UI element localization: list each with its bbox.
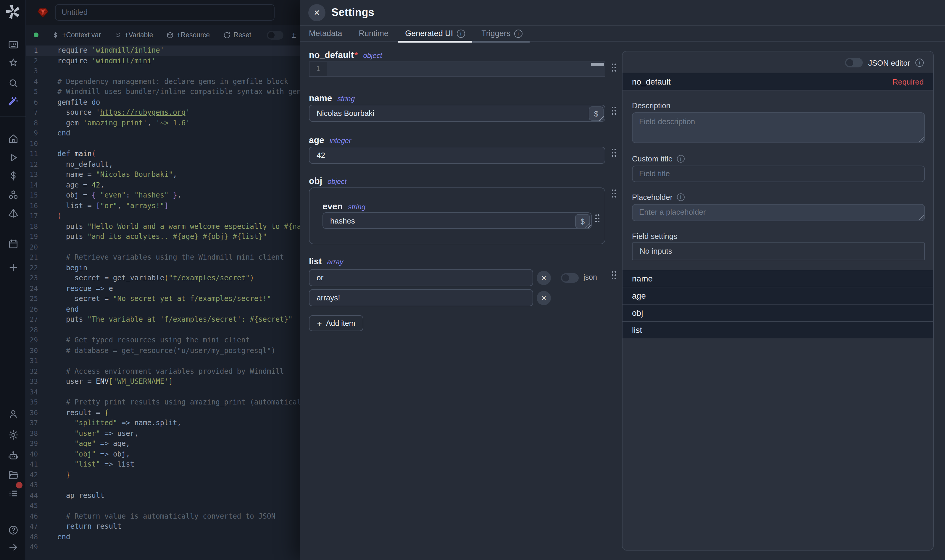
- sidebar-dollar-icon[interactable]: [7, 170, 19, 182]
- resize-handle-icon[interactable]: [918, 215, 924, 220]
- code-line[interactable]: 49: [26, 542, 300, 552]
- code-line[interactable]: 18 puts "Hello World and a warm welcome …: [26, 222, 300, 232]
- json-editor-toggle[interactable]: [845, 58, 863, 68]
- tab-runtime[interactable]: Runtime: [359, 29, 389, 38]
- code-line[interactable]: 21 # Retrieve variables using the Windmi…: [26, 252, 300, 263]
- code-line[interactable]: 37 "splitted" => name.split,: [26, 418, 300, 428]
- code-line[interactable]: 22 begin: [26, 263, 300, 273]
- list-item-input[interactable]: arrays!: [309, 289, 533, 306]
- drag-handle-icon[interactable]: [611, 148, 617, 157]
- code-line[interactable]: 15 obj = { "even": "hashes" },: [26, 191, 300, 201]
- mini-editor-scrollbar[interactable]: [591, 63, 604, 66]
- add-item-button[interactable]: + Add item: [309, 315, 363, 331]
- code-line[interactable]: 31: [26, 356, 300, 366]
- code-line[interactable]: 24 rescue => e: [26, 283, 300, 294]
- code-line[interactable]: 3: [26, 66, 300, 77]
- sidebar-home-icon[interactable]: [7, 132, 19, 144]
- code-line[interactable]: 13 name = "Nicolas Bourbaki",: [26, 170, 300, 180]
- code-line[interactable]: 33 user = ENV['WM_USERNAME']: [26, 377, 300, 387]
- sidebar-star-icon[interactable]: [7, 57, 19, 69]
- info-icon[interactable]: i: [677, 193, 684, 201]
- sidebar-plus-icon[interactable]: [7, 262, 19, 273]
- code-line[interactable]: 44 ap result: [26, 491, 300, 501]
- inspector-row-list[interactable]: list: [623, 321, 933, 338]
- code-line[interactable]: 9end: [26, 128, 300, 138]
- custom-title-input[interactable]: Field title: [632, 166, 925, 182]
- sidebar-cubes-icon[interactable]: [7, 189, 19, 200]
- sidebar-search-icon[interactable]: [7, 77, 19, 89]
- sidebar-calendar-icon[interactable]: [7, 238, 19, 249]
- code-line[interactable]: 48end: [26, 532, 300, 542]
- resize-handle-icon[interactable]: [918, 137, 924, 142]
- code-line[interactable]: 38 "user" => user,: [26, 428, 300, 439]
- code-line[interactable]: 29 # Get typed resources using the mini …: [26, 335, 300, 346]
- sidebar-magic-wand-icon[interactable]: [7, 95, 19, 107]
- code-line[interactable]: 12 no_default,: [26, 159, 300, 170]
- code-line[interactable]: 40 "obj" => obj,: [26, 449, 300, 460]
- placeholder-textarea[interactable]: Enter a placeholder: [632, 204, 925, 221]
- sidebar-robot-icon[interactable]: [7, 449, 19, 461]
- description-textarea[interactable]: Field description: [632, 112, 925, 143]
- selected-field-row[interactable]: no_default Required: [623, 73, 933, 91]
- editor-toggle[interactable]: [267, 31, 283, 39]
- code-line[interactable]: 34: [26, 387, 300, 397]
- code-line[interactable]: 25 secret = "No secret yet at f/examples…: [26, 294, 300, 304]
- code-line[interactable]: 42 }: [26, 470, 300, 480]
- code-line[interactable]: 4# Dependency management: declare gems i…: [26, 77, 300, 87]
- code-line[interactable]: 27 puts "The variable at 'f/examples/sec…: [26, 315, 300, 325]
- code-line[interactable]: 14 age = 42,: [26, 180, 300, 191]
- tab-generated-ui[interactable]: Generated UIi: [405, 29, 465, 38]
- code-line[interactable]: 35 # Pretty print results using amazing_…: [26, 397, 300, 408]
- script-title-input[interactable]: Untitled: [55, 4, 274, 21]
- remove-item-icon[interactable]: ✕: [537, 291, 551, 305]
- inspector-row-name[interactable]: name: [623, 270, 933, 287]
- code-line[interactable]: 5# Windmill uses bundler/inline compatib…: [26, 87, 300, 97]
- code-editor[interactable]: 1require 'windmill/inline'2require 'wind…: [26, 45, 300, 560]
- tab-metadata[interactable]: Metadata: [309, 29, 342, 38]
- code-line[interactable]: 8 gem 'amazing_print', '~> 1.6': [26, 118, 300, 128]
- code-line[interactable]: 17): [26, 211, 300, 222]
- info-icon[interactable]: i: [514, 29, 522, 38]
- code-line[interactable]: 16 list = ["or", "arrays!"]: [26, 201, 300, 211]
- code-line[interactable]: 47 return result: [26, 522, 300, 532]
- sidebar-user-icon[interactable]: [7, 408, 19, 420]
- age-input[interactable]: 42: [309, 147, 605, 164]
- code-line[interactable]: 2require 'windmill/mini': [26, 56, 300, 66]
- sidebar-help-icon[interactable]: [7, 524, 19, 536]
- code-line[interactable]: 20: [26, 242, 300, 252]
- code-line[interactable]: 32 # Access environment variables provid…: [26, 366, 300, 377]
- sidebar-arrow-right-icon[interactable]: [7, 541, 19, 553]
- close-icon[interactable]: ✕: [308, 4, 325, 21]
- code-line[interactable]: 28: [26, 325, 300, 335]
- sidebar-play-icon[interactable]: [7, 151, 19, 163]
- contextvar-button[interactable]: +Context var: [51, 31, 101, 39]
- code-line[interactable]: 45: [26, 501, 300, 511]
- drag-handle-icon[interactable]: [611, 270, 617, 279]
- drag-handle-icon[interactable]: [611, 106, 617, 115]
- code-line[interactable]: 7 source 'https://rubygems.org': [26, 108, 300, 118]
- remove-item-icon[interactable]: ✕: [537, 271, 551, 285]
- reset-button[interactable]: Reset: [223, 31, 251, 39]
- resource-button[interactable]: +Resource: [166, 31, 210, 39]
- info-icon[interactable]: i: [456, 29, 465, 38]
- code-line[interactable]: 36 result = {: [26, 408, 300, 418]
- drag-handle-icon[interactable]: [611, 63, 617, 72]
- list-item-input[interactable]: or: [309, 269, 533, 286]
- code-line[interactable]: 30 # database = get_resource("u/user/my_…: [26, 346, 300, 356]
- code-line[interactable]: 39 "age" => age,: [26, 439, 300, 449]
- tab-triggers[interactable]: Triggersi: [481, 29, 522, 38]
- code-line[interactable]: 11def main(: [26, 149, 300, 159]
- code-line[interactable]: 6gemfile do: [26, 97, 300, 108]
- drag-handle-icon[interactable]: [595, 214, 600, 222]
- variable-button[interactable]: +Variable: [114, 31, 153, 39]
- name-input[interactable]: Nicolas Bourbaki $: [309, 105, 605, 122]
- code-line[interactable]: 46 # Return value is automatically conve…: [26, 511, 300, 522]
- code-line[interactable]: 26 end: [26, 304, 300, 315]
- sidebar-prism-icon[interactable]: [7, 207, 19, 219]
- code-line[interactable]: 43: [26, 480, 300, 491]
- no_default-json-input[interactable]: 1: [309, 62, 605, 77]
- drag-handle-icon[interactable]: [611, 189, 617, 197]
- sidebar-list-icon[interactable]: [7, 487, 19, 499]
- sidebar-gear-icon[interactable]: [7, 429, 19, 440]
- diff-icon[interactable]: ±: [291, 30, 296, 40]
